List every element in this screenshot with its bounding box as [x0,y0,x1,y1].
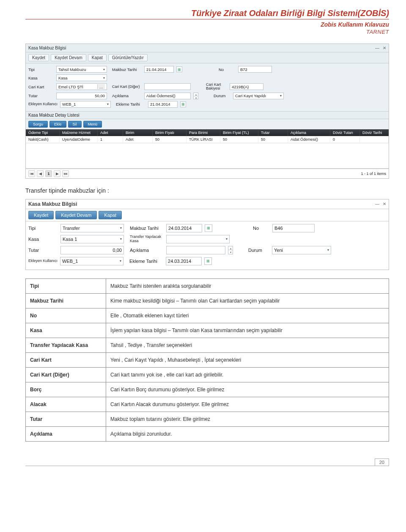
no-input[interactable]: B72 [238,66,272,73]
grid-row[interactable]: Nakit(Cash) UyeAidatOdeme 1 Adet 50 TÜRK… [26,136,389,143]
window-close-icon[interactable]: ✕ [383,46,386,50]
kaydet-button[interactable]: Kaydet [28,54,49,61]
chevron-up-icon: ▴ [228,246,233,251]
durum-select[interactable]: Yeni▾ [272,246,331,254]
chevron-down-icon: ▾ [120,226,122,230]
cari-kart-input[interactable]: Emel LTD ŞTİ… [56,83,107,90]
cari-kart-diger-input[interactable] [144,83,191,90]
ekleme-tarihi-input[interactable]: 24.03.2014 [166,257,202,265]
field-desc-cell: İşlem yapılan kasa bilgisi – Tanımlı ola… [106,323,389,338]
field-desc-cell: Makbuz Tarihi istenilen aralıkta sorgula… [106,278,389,293]
field-desc-cell: Cari Kartın Borç durumunu gösteriyor. El… [106,382,389,397]
chevron-down-icon: ▾ [327,248,329,252]
no-label: No [253,226,270,231]
description-table: TipiMakbuz Tarihi istenilen aralıkta sor… [25,278,389,442]
pager-info: 1 - 1 of 1 items [361,172,386,176]
no-input[interactable]: B46 [272,224,315,232]
tutar-label: Tutar [28,93,54,98]
field-name-cell: Kasa [26,323,106,338]
sorgu-button[interactable]: Sorgu [28,121,48,128]
tipi-label: Tipi [28,226,58,231]
goruntule-yazdir-button[interactable]: Görüntüle/Yazdır [108,54,148,61]
calendar-icon[interactable]: ▦ [176,66,182,72]
tutar-input[interactable]: 50,00 [56,93,107,99]
tipi-select[interactable]: Tahsil Makbuzu▾ [56,66,107,73]
chevron-down-icon: ▾ [107,102,109,106]
pager-prev-button[interactable]: ◀ [37,170,44,177]
makbuz-tarihi-label: Makbuz Tarihi [130,226,164,231]
screenshot-1: Kasa Makbuz Bilgisi — ✕ Kaydet Kaydet De… [25,44,389,179]
ekleyen-select[interactable]: WEB_1▾ [60,101,111,108]
cari-kart-label: Cari Kart [28,85,54,89]
aciklama-spinner[interactable]: ▴▾ [228,246,233,254]
table-row: TipiMakbuz Tarihi istenilen aralıkta sor… [26,278,389,293]
chevron-down-icon: ▾ [226,237,228,241]
kapat-button[interactable]: Kapat [99,211,122,219]
field-name-cell: Tipi [26,278,106,293]
sil-button[interactable]: Sil [68,121,82,128]
pager-next-button[interactable]: ▶ [54,170,60,177]
kapat-button[interactable]: Kapat [88,54,107,61]
field-desc-cell: Açıklama bilgisi zorunludur. [106,426,389,441]
chevron-down-icon: ▾ [103,68,105,71]
tipi-select[interactable]: Transfer▾ [60,224,124,232]
transfer-kasa-select[interactable]: ▾ [166,235,230,243]
calendar-icon[interactable]: ▦ [204,257,212,265]
tutar-input[interactable]: 0,00 [60,246,124,254]
durum-label: Durum [248,248,269,253]
window-close-icon[interactable]: ✕ [383,202,386,206]
kaydet-devam-button[interactable]: Kaydet Devam [51,54,86,61]
ekleme-tarihi-label: Ekleme Tarihi [129,259,163,264]
aciklama-input[interactable]: Aidat Ödemesi() [144,93,191,99]
caption-transfer: Transfer tipinde makbuzlar için : [25,187,389,194]
makbuz-tarihi-label: Makbuz Tarihi [112,67,142,72]
makbuz-tarihi-input[interactable]: 21.04.2014 [144,66,174,73]
field-name-cell: Transfer Yapılacak Kasa [26,338,106,352]
no-label: No [219,67,236,72]
aciklama-label: Açıklama [112,93,142,98]
kasa-label: Kasa [28,76,54,80]
makbuz-tarihi-input[interactable]: 24.03.2014 [166,224,202,232]
ekleyen-label: Ekleyen Kullanıcı [28,259,58,263]
table-row: NoElle , Otomatik eklenen kayıt türleri [26,308,389,323]
calendar-icon[interactable]: ▦ [180,101,186,107]
field-desc-cell: Elle , Otomatik eklenen kayıt türleri [106,308,389,323]
ekleme-tarihi-input[interactable]: 21.04.2014 [148,101,178,108]
ekleyen-label: Ekleyen Kullanıcı [28,102,58,106]
aciklama-input[interactable] [166,246,225,254]
aciklama-spinner[interactable]: ▴▾ [193,93,198,99]
ekleyen-select[interactable]: WEB_1▾ [60,257,123,265]
table-row: AçıklamaAçıklama bilgisi zorunludur. [26,426,389,441]
window-minimize-icon[interactable]: — [375,46,379,50]
field-desc-cell: Tahsil , Tediye , Transfer seçenekleri [106,338,389,352]
chevron-down-icon: ▾ [228,250,233,254]
table-row: Makbuz TarihiKime makbuz kesildiği bilgi… [26,293,389,308]
ekle-button[interactable]: Ekle [49,121,66,128]
table-row: Transfer Yapılacak KasaTahsil , Tediye ,… [26,338,389,352]
durum-select[interactable]: Cari Kayıt Yapıldı▾ [233,93,284,99]
pager-last-button[interactable]: ⏭ [62,170,69,177]
pager-page-current[interactable]: 1 [45,170,52,177]
field-desc-cell: Cari Kartın Alacak durumunu gösteriyor. … [106,397,389,412]
kasa-select[interactable]: Kasa 1▾ [60,235,124,243]
cari-kart-bakiyesi-label: Cari Kart Bakiyesi [206,83,227,91]
tipi-label: Tipi [28,67,54,72]
detail-list-title: Kasa Makbuz Detay Listesi [26,111,389,119]
field-name-cell: Cari Kart [26,352,106,367]
kaydet-button[interactable]: Kaydet [28,211,54,219]
chevron-down-icon: ▾ [120,237,122,241]
tutar-label: Tutar [28,248,58,253]
chevron-down-icon: ▾ [103,76,105,80]
durum-label: Durum [214,93,230,98]
ellipsis-icon[interactable]: … [97,84,105,89]
kasa-select[interactable]: Kasa▾ [56,74,107,81]
doc-org: TARNET [25,29,389,35]
field-name-cell: Alacak [26,397,106,412]
menu-button[interactable]: Menü [83,121,102,128]
pager-first-button[interactable]: ⏮ [28,170,35,177]
cari-kart-bakiyesi-input: 4219B(A) [230,83,263,90]
calendar-icon[interactable]: ▦ [205,224,212,232]
table-row: Cari KartYeni , Cari Kayıt Yapıldı , Muh… [26,352,389,367]
kaydet-devam-button[interactable]: Kaydet Devam [55,211,97,219]
window-minimize-icon[interactable]: — [375,202,379,206]
